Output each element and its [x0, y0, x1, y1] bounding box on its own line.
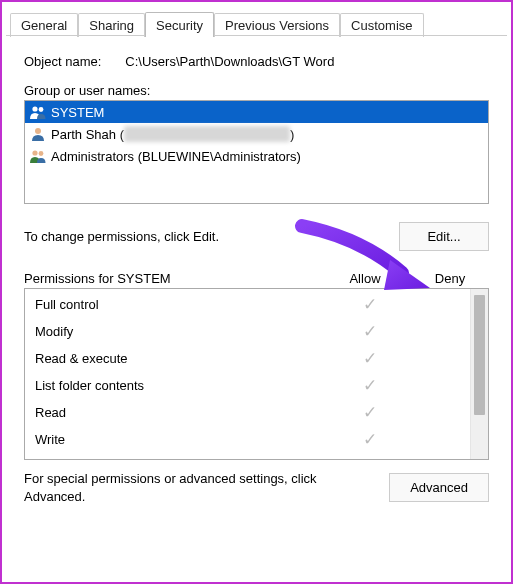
svg-point-3 — [32, 150, 37, 155]
user-list-item[interactable]: Parth Shah () — [25, 123, 488, 145]
permission-row: Full control✓ — [35, 291, 470, 318]
permissions-list: Full control✓Modify✓Read & execute✓List … — [24, 288, 489, 460]
tab-sharing[interactable]: Sharing — [78, 13, 145, 37]
scrollbar[interactable] — [470, 289, 488, 459]
group-section: Group or user names: SYSTEM Parth Shah (… — [24, 83, 489, 204]
advanced-button[interactable]: Advanced — [389, 473, 489, 502]
redacted-text — [124, 126, 290, 142]
object-name-row: Object name: C:\Users\Parth\Downloads\GT… — [24, 54, 489, 69]
user-name: SYSTEM — [51, 105, 104, 120]
edit-hint: To change permissions, click Edit. — [24, 229, 219, 244]
permission-allow-check: ✓ — [330, 294, 410, 315]
user-list[interactable]: SYSTEM Parth Shah () Administrators (BLU… — [24, 100, 489, 204]
tab-security[interactable]: Security — [145, 12, 214, 37]
permission-allow-check: ✓ — [330, 429, 410, 450]
svg-point-2 — [35, 128, 41, 134]
permission-row: List folder contents✓ — [35, 372, 470, 399]
permissions-scroll[interactable]: Full control✓Modify✓Read & execute✓List … — [25, 289, 470, 459]
user-name: Parth Shah ( — [51, 127, 124, 142]
group-label: Group or user names: — [24, 83, 489, 98]
permission-name: Write — [35, 432, 330, 447]
permissions-col-allow: Allow — [319, 271, 411, 286]
svg-point-4 — [39, 151, 44, 156]
tab-strip: General Sharing Security Previous Versio… — [4, 8, 509, 36]
permission-row: Modify✓ — [35, 318, 470, 345]
object-name-label: Object name: — [24, 54, 101, 69]
tab-previous-versions[interactable]: Previous Versions — [214, 13, 340, 37]
permission-allow-check: ✓ — [330, 375, 410, 396]
svg-point-1 — [39, 107, 44, 112]
tab-content-security: Object name: C:\Users\Parth\Downloads\GT… — [4, 36, 509, 515]
permissions-col-deny: Deny — [411, 271, 489, 286]
permissions-header: Permissions for SYSTEM Allow Deny — [24, 271, 489, 286]
permission-name: Full control — [35, 297, 330, 312]
advanced-row: For special permissions or advanced sett… — [24, 470, 489, 505]
permissions-title: Permissions for SYSTEM — [24, 271, 319, 286]
user-name: Administrators (BLUEWINE\Administrators) — [51, 149, 301, 164]
group-icon — [29, 148, 47, 164]
permission-allow-check: ✓ — [330, 348, 410, 369]
svg-point-0 — [32, 106, 37, 111]
object-name-value: C:\Users\Parth\Downloads\GT Word — [125, 54, 334, 69]
permission-name: Read — [35, 405, 330, 420]
permission-allow-check: ✓ — [330, 402, 410, 423]
properties-dialog: General Sharing Security Previous Versio… — [0, 0, 513, 584]
scrollbar-thumb[interactable] — [474, 295, 485, 415]
edit-button[interactable]: Edit... — [399, 222, 489, 251]
permission-name: Modify — [35, 324, 330, 339]
permission-name: List folder contents — [35, 378, 330, 393]
user-icon — [29, 126, 47, 142]
group-icon — [29, 104, 47, 120]
permission-row: Read & execute✓ — [35, 345, 470, 372]
user-list-item[interactable]: SYSTEM — [25, 101, 488, 123]
permission-name: Read & execute — [35, 351, 330, 366]
tab-customise[interactable]: Customise — [340, 13, 423, 37]
permission-allow-check: ✓ — [330, 321, 410, 342]
user-list-item[interactable]: Administrators (BLUEWINE\Administrators) — [25, 145, 488, 167]
permission-row: Write✓ — [35, 426, 470, 453]
permission-row: Read✓ — [35, 399, 470, 426]
edit-row: To change permissions, click Edit. Edit.… — [24, 222, 489, 251]
tab-general[interactable]: General — [10, 13, 78, 37]
advanced-hint: For special permissions or advanced sett… — [24, 470, 324, 505]
user-name-suffix: ) — [290, 127, 294, 142]
